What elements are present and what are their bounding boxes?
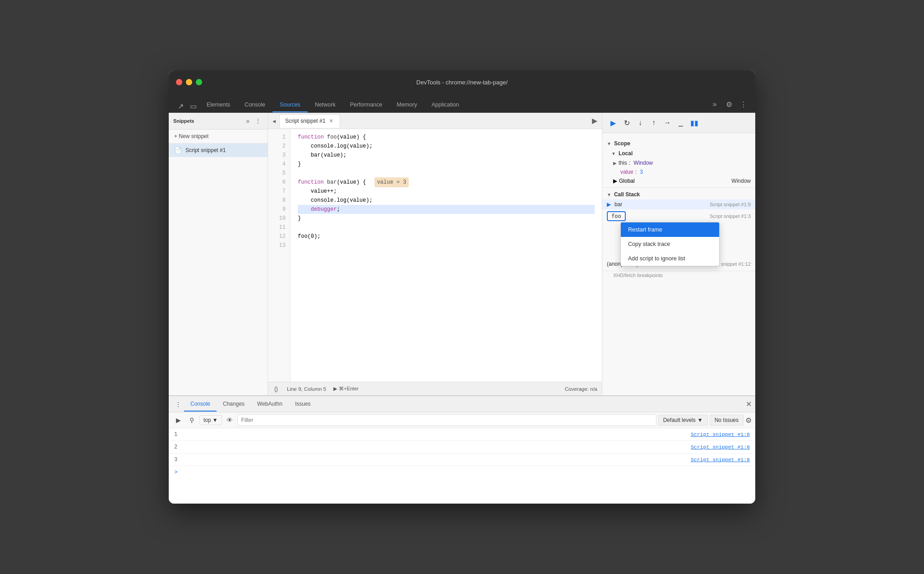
callstack-active-arrow: ▶ [607, 201, 611, 208]
console-close-icon[interactable]: ✕ [746, 400, 752, 408]
run-snippet-icon[interactable]: ▶ [589, 115, 600, 127]
console-filter-input[interactable] [237, 414, 656, 426]
xhd-label: XHD/fetch breakpoints [613, 273, 663, 278]
step-out-button[interactable]: ↑ [647, 116, 660, 129]
more-options-icon[interactable]: ⋮ [737, 98, 750, 111]
toggle-sidebar-icon[interactable]: ◂ [270, 116, 278, 126]
value-val: 3 [640, 169, 643, 175]
global-row[interactable]: ▶ Global Window [602, 176, 755, 185]
callstack-foo-container: foo Script snippet #1:3 Restart frame Co… [602, 209, 755, 223]
console-prompt[interactable]: > [169, 466, 755, 478]
levels-arrow-icon: ▼ [698, 417, 703, 423]
tab-sources[interactable]: Sources [273, 98, 308, 112]
step-into-button[interactable]: ↓ [634, 116, 647, 129]
console-tab-console[interactable]: Console [184, 397, 217, 412]
code-line-8: console.log(value); [298, 196, 595, 205]
code-content[interactable]: function foo(value) { console.log(value)… [291, 129, 602, 382]
context-menu-ignore[interactable]: Add script to ignore list [621, 251, 719, 266]
pause-on-exceptions-button[interactable]: ▮▮ [688, 116, 701, 129]
editor-statusbar: {} Line 9, Column 5 ▶ ⌘+Enter Coverage: … [268, 382, 602, 395]
line-num-2: 2 [268, 142, 290, 151]
console-num-3: 3 [174, 457, 188, 463]
console-num-1: 1 [174, 431, 188, 438]
levels-label: Default levels [663, 417, 696, 423]
code-line-4: } [298, 160, 595, 169]
scope-header[interactable]: ▼ Scope [602, 139, 755, 148]
more-tabs-icon[interactable]: » [708, 98, 721, 111]
console-execute-icon[interactable]: ▶ [172, 414, 184, 426]
tab-console[interactable]: Console [237, 98, 273, 112]
line-num-8: 8 [268, 196, 290, 205]
callstack-item-bar[interactable]: ▶ bar Script snippet #1:9 [602, 199, 755, 209]
console-row-1: 1 Script snippet #1:8 [169, 428, 755, 441]
tab-memory[interactable]: Memory [389, 98, 424, 112]
foo-button[interactable]: foo [607, 211, 626, 221]
console-tab-changes[interactable]: Changes [217, 397, 251, 412]
maximize-button[interactable] [196, 79, 202, 85]
tab-performance[interactable]: Performance [343, 98, 390, 112]
this-key: this [619, 160, 627, 166]
editor-tab-close-icon[interactable]: ✕ [328, 118, 334, 124]
console-tab-webauthn[interactable]: WebAuthn [251, 397, 289, 412]
callstack-label: Call Stack [614, 191, 640, 198]
line-num-4: 4 [268, 160, 290, 169]
snippet-item[interactable]: 📄 Script snippet #1 [169, 144, 268, 157]
step-button[interactable]: → [661, 116, 674, 129]
no-issues-button[interactable]: No Issues [710, 415, 744, 426]
editor-tabs: ◂ Script snippet #1 ✕ ▶ [268, 113, 602, 129]
top-dropdown[interactable]: top ▼ [199, 415, 222, 425]
callstack-header[interactable]: ▼ Call Stack [602, 190, 755, 199]
console-block-icon[interactable]: ⚲ [186, 414, 198, 426]
device-icon[interactable]: ▭ [187, 100, 199, 112]
close-button[interactable] [176, 79, 182, 85]
window-controls [176, 79, 202, 85]
console-row-3: 3 Script snippet #1:8 [169, 454, 755, 466]
format-button[interactable]: {} [273, 385, 280, 393]
global-label: Global [619, 178, 635, 184]
context-menu-restart[interactable]: Restart frame [621, 222, 719, 237]
pointer-icon[interactable]: ↗ [174, 100, 187, 112]
scope-arrow-icon: ▼ [607, 141, 611, 146]
line-num-12: 12 [268, 232, 290, 241]
this-row[interactable]: ▶ this : Window [602, 158, 755, 167]
callstack-fn-bar: bar [614, 201, 622, 208]
step-over-button[interactable]: ↻ [620, 116, 633, 129]
sidebar-title: Snippets [173, 118, 242, 124]
console-tab-issues[interactable]: Issues [289, 397, 317, 412]
code-line-7: value++; [298, 187, 595, 196]
console-link-2[interactable]: Script snippet #1:8 [691, 444, 750, 450]
code-line-3: bar(value); [298, 151, 595, 160]
context-menu-copy[interactable]: Copy stack trace [621, 237, 719, 251]
console-more-icon[interactable]: ⋮ [172, 399, 184, 410]
scope-section: ▼ Scope ▼ Local ▶ this : Window [602, 137, 755, 188]
callstack-arrow-icon: ▼ [607, 192, 611, 197]
deactivate-breakpoints-icon[interactable]: ⎯ [675, 116, 687, 129]
scope-label: Scope [614, 140, 630, 147]
value-row: value : 3 [602, 167, 755, 176]
minimize-button[interactable] [186, 79, 192, 85]
sidebar-more-icon[interactable]: » [244, 116, 251, 125]
local-header[interactable]: ▼ Local [602, 148, 755, 158]
console-link-3[interactable]: Script snippet #1:8 [691, 457, 750, 463]
sidebar-menu-icon[interactable]: ⋮ [253, 116, 263, 125]
tab-elements[interactable]: Elements [199, 98, 237, 112]
settings-icon[interactable]: ⚙ [723, 98, 735, 111]
levels-dropdown[interactable]: Default levels ▼ [658, 415, 708, 426]
code-editor[interactable]: 1 2 3 4 5 6 7 8 9 10 11 12 13 function f… [268, 129, 602, 382]
console-settings-icon[interactable]: ⚙ [745, 416, 752, 425]
editor-tab-snippet[interactable]: Script snippet #1 ✕ [279, 114, 340, 128]
callstack-loc-bar: Script snippet #1:9 [710, 202, 751, 207]
line-num-6: 6 [268, 178, 290, 187]
new-snippet-button[interactable]: + New snippet [169, 130, 268, 144]
tab-application[interactable]: Application [424, 98, 466, 112]
console-toolbar: ▶ ⚲ top ▼ 👁 Default levels ▼ No Issues ⚙ [169, 412, 755, 428]
resume-button[interactable]: ▶ [607, 116, 619, 129]
console-eye-icon[interactable]: 👁 [224, 414, 236, 426]
callstack-item-foo[interactable]: foo Script snippet #1:3 [602, 209, 755, 223]
code-line-10: } [298, 214, 595, 223]
value-key: value [620, 169, 633, 175]
code-line-2: console.log(value); [298, 142, 595, 151]
prompt-arrow-icon: > [174, 469, 178, 476]
tab-network[interactable]: Network [308, 98, 343, 112]
console-link-1[interactable]: Script snippet #1:8 [691, 431, 750, 437]
